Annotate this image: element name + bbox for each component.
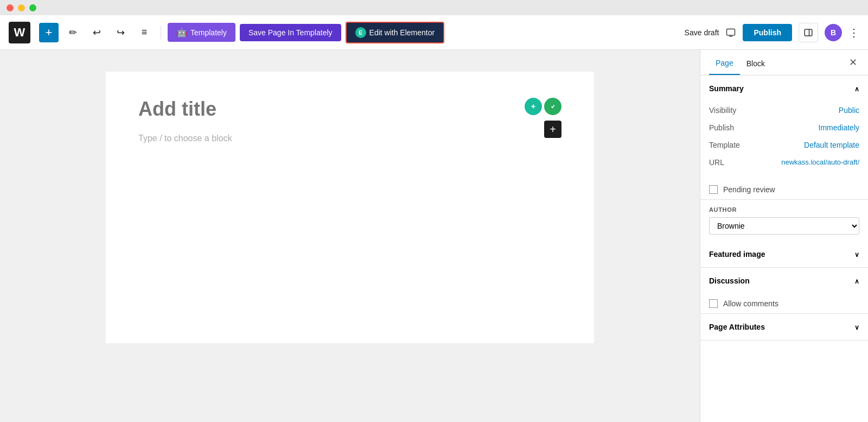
- settings-panel-icon: [803, 28, 813, 37]
- edit-pencil-button[interactable]: ✏: [63, 23, 82, 42]
- featured-image-section: Featured image: [700, 241, 868, 268]
- edit-elementor-label: Edit with Elementor: [369, 28, 435, 37]
- add-block-inline-button[interactable]: +: [544, 121, 561, 138]
- template-value[interactable]: Default template: [804, 141, 859, 149]
- list-view-button[interactable]: ≡: [135, 23, 154, 42]
- elementor-icon: E: [355, 27, 366, 38]
- list-view-icon: ≡: [142, 27, 148, 38]
- featured-image-label: Featured image: [709, 250, 765, 259]
- summary-section-label: Summary: [709, 84, 744, 93]
- save-templately-label: Save Page In Templately: [248, 28, 333, 37]
- svg-rect-0: [727, 29, 735, 35]
- add-block-inline-icon: +: [550, 123, 556, 136]
- settings-toggle-button[interactable]: [799, 23, 818, 42]
- redo-button[interactable]: ↪: [111, 23, 130, 42]
- more-options-button[interactable]: ⋮: [848, 26, 859, 39]
- traffic-light-red[interactable]: [7, 4, 14, 11]
- template-label: Template: [709, 141, 740, 149]
- discussion-section-header[interactable]: Discussion: [700, 268, 868, 294]
- featured-image-chevron-icon: [854, 250, 859, 259]
- save-draft-label: Save draft: [685, 28, 719, 37]
- sidebar-close-button[interactable]: ✕: [847, 50, 859, 75]
- svg-rect-3: [805, 29, 812, 36]
- summary-section: Summary Visibility Public Publish Immedi…: [700, 75, 868, 200]
- plus-icon: +: [46, 26, 53, 40]
- teal-icon: [529, 103, 537, 110]
- floating-icons: [525, 98, 561, 115]
- toolbar-right: Save draft Publish B ⋮: [685, 23, 859, 42]
- templately-icon: 🤖: [176, 27, 187, 37]
- summary-chevron-up-icon: [854, 84, 859, 93]
- publish-row: Publish Immediately: [709, 119, 859, 136]
- pending-review-row: Pending review: [700, 180, 868, 199]
- tab-block[interactable]: Block: [740, 50, 771, 75]
- avatar[interactable]: B: [825, 24, 842, 41]
- add-block-toolbar-button[interactable]: +: [39, 23, 59, 42]
- templately-button[interactable]: 🤖 Templately: [168, 23, 235, 42]
- save-page-templately-button[interactable]: Save Page In Templately: [240, 24, 341, 41]
- titlebar: [0, 0, 868, 15]
- allow-comments-label: Allow comments: [723, 299, 778, 308]
- allow-comments-row: Allow comments: [700, 294, 868, 313]
- body: + Type / to choose a block Page Block ✕: [0, 50, 868, 422]
- url-value[interactable]: newkass.local/auto-draft/: [781, 158, 859, 166]
- author-select[interactable]: Brownie: [709, 217, 859, 235]
- publish-button[interactable]: Publish: [743, 24, 792, 41]
- sidebar: Page Block ✕ Summary Visibility: [700, 50, 868, 422]
- toolbar-divider-1: [161, 26, 161, 39]
- undo-button[interactable]: ↩: [87, 23, 106, 42]
- author-section: AUTHOR Brownie: [700, 200, 868, 241]
- edit-with-elementor-button[interactable]: E Edit with Elementor: [346, 22, 445, 43]
- green-icon: [549, 103, 557, 110]
- page-title-input[interactable]: [138, 98, 561, 121]
- preview-button[interactable]: [725, 27, 736, 38]
- discussion-label: Discussion: [709, 276, 750, 285]
- publish-value[interactable]: Immediately: [819, 123, 859, 132]
- pending-review-label: Pending review: [723, 185, 775, 194]
- float-icon-teal-button[interactable]: [525, 98, 542, 115]
- discussion-chevron-icon: [854, 276, 859, 285]
- editor-area[interactable]: + Type / to choose a block: [0, 50, 700, 422]
- traffic-light-yellow[interactable]: [18, 4, 25, 11]
- pencil-icon: ✏: [69, 27, 77, 39]
- toolbar: W + ✏ ↩ ↪ ≡ 🤖 Templately Save Page In Te…: [0, 15, 868, 50]
- visibility-label: Visibility: [709, 106, 736, 115]
- summary-section-header[interactable]: Summary: [700, 75, 868, 102]
- allow-comments-checkbox[interactable]: [709, 299, 718, 308]
- wp-logo[interactable]: W: [9, 22, 30, 43]
- publish-label: Publish: [754, 28, 781, 37]
- save-draft-button[interactable]: Save draft: [685, 28, 719, 37]
- page-attributes-chevron-icon: [854, 323, 859, 331]
- template-row: Template Default template: [709, 136, 859, 154]
- sidebar-tabs: Page Block ✕: [700, 50, 868, 75]
- app: W + ✏ ↩ ↪ ≡ 🤖 Templately Save Page In Te…: [0, 15, 868, 422]
- pending-review-checkbox[interactable]: [709, 185, 718, 194]
- discussion-section: Discussion Allow comments: [700, 268, 868, 314]
- author-label: AUTHOR: [700, 200, 868, 215]
- traffic-light-green[interactable]: [29, 4, 36, 11]
- page-attributes-label: Page Attributes: [709, 323, 765, 331]
- page-attributes-section-header[interactable]: Page Attributes: [700, 314, 868, 340]
- editor-content: + Type / to choose a block: [106, 72, 594, 343]
- url-row: URL newkass.local/auto-draft/: [709, 154, 859, 171]
- templately-label: Templately: [190, 28, 227, 37]
- preview-icon: [725, 27, 736, 38]
- close-icon: ✕: [849, 56, 857, 68]
- featured-image-section-header[interactable]: Featured image: [700, 241, 868, 267]
- float-icon-green-button[interactable]: [544, 98, 561, 115]
- tab-page[interactable]: Page: [709, 50, 740, 75]
- summary-section-body: Visibility Public Publish Immediately Te…: [700, 102, 868, 180]
- publish-label: Publish: [709, 123, 734, 132]
- visibility-value[interactable]: Public: [839, 106, 859, 115]
- block-hint-text: Type / to choose a block: [138, 134, 561, 143]
- more-icon: ⋮: [848, 27, 859, 39]
- page-attributes-section: Page Attributes: [700, 314, 868, 341]
- redo-icon: ↪: [117, 27, 125, 39]
- url-label: URL: [709, 158, 724, 167]
- undo-icon: ↩: [93, 27, 101, 39]
- visibility-row: Visibility Public: [709, 102, 859, 119]
